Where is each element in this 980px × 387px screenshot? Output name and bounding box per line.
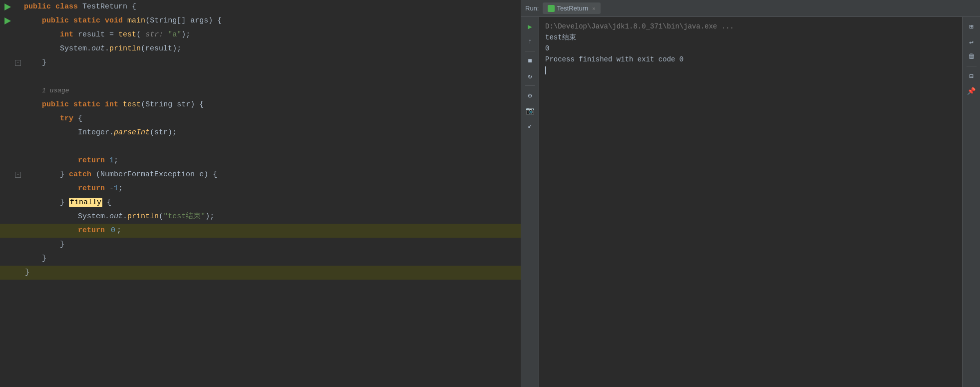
code-line: return 1; — [0, 154, 521, 168]
code-line: - } — [0, 56, 521, 70]
text-cursor — [545, 66, 546, 74]
code-line — [0, 140, 521, 154]
code-content: } — [24, 56, 521, 70]
run-body: ▶↑■↻⚙📷↙ D:\Develop\Java\jdk1.8.0_371\bin… — [521, 17, 980, 387]
code-content: } catch (NumberFormatException e) { — [24, 168, 521, 182]
editor-area: public class TestReturn { public static … — [0, 0, 521, 387]
side-toolbar-btn-layout[interactable]: ⊞ — [965, 20, 978, 33]
code-content: } finally { — [24, 196, 521, 210]
code-line: public static void main(String[] args) { — [0, 14, 521, 28]
code-line: } — [0, 266, 521, 280]
code-content: return 1; — [24, 154, 521, 168]
toolbar-btn-settings[interactable]: ⚙ — [524, 89, 537, 102]
toolbar-separator — [525, 51, 535, 51]
toolbar-separator — [525, 85, 535, 86]
tab-name: TestReturn — [557, 4, 588, 12]
run-gutter-icon[interactable] — [4, 3, 11, 10]
cursor-line — [545, 65, 956, 76]
run-panel-header: Run: TestReturn × — [521, 0, 980, 17]
run-label: Run: — [525, 4, 539, 12]
code-line: System.out.println("test结束"); — [0, 210, 521, 224]
toolbar-btn-rerun[interactable]: ↻ — [524, 69, 537, 82]
code-content: return 0; — [24, 224, 521, 238]
toolbar-btn-run[interactable]: ▶ — [524, 20, 537, 33]
output-line: Process finished with exit code 0 — [545, 54, 956, 65]
side-toolbar-btn-grid[interactable]: ⊟ — [965, 69, 978, 82]
side-toolbar-btn-pin[interactable]: 📌 — [965, 84, 978, 97]
side-toolbar-separator — [967, 66, 977, 66]
code-line: int result = test( str: "a"); — [0, 28, 521, 42]
run-tab[interactable]: TestReturn × — [543, 2, 600, 14]
code-content: try { — [24, 112, 521, 126]
code-line: } — [0, 238, 521, 252]
code-line — [0, 70, 521, 84]
fold-area: - — [15, 60, 24, 66]
fold-area: - — [15, 172, 24, 178]
code-content: } — [24, 252, 521, 266]
code-content — [24, 76, 521, 78]
code-line: System.out.println(result); — [0, 42, 521, 56]
code-content: public static void main(String[] args) { — [24, 14, 521, 28]
code-container: public class TestReturn { public static … — [0, 0, 521, 280]
code-content — [24, 146, 521, 148]
fold-marker[interactable]: - — [15, 172, 21, 178]
toolbar-btn-import[interactable]: ↙ — [524, 119, 537, 132]
code-line: return 0; — [0, 224, 521, 238]
run-panel: Run: TestReturn × ▶↑■↻⚙📷↙ D:\Develop\Jav… — [521, 0, 980, 387]
code-line: } — [0, 252, 521, 266]
code-content: System.out.println("test结束"); — [24, 210, 521, 224]
code-content: System.out.println(result); — [24, 42, 521, 56]
code-line: - } catch (NumberFormatException e) { — [0, 168, 521, 182]
code-line: 1 usage — [0, 84, 521, 98]
tab-run-icon — [548, 5, 555, 12]
run-gutter-icon[interactable] — [4, 17, 11, 24]
code-content: public static int test(String str) { — [24, 98, 521, 112]
output-line: 0 — [545, 43, 956, 54]
run-output-area: D:\Develop\Java\jdk1.8.0_371\bin\java.ex… — [539, 17, 962, 387]
gutter-icons — [0, 17, 15, 24]
code-content: } — [24, 238, 521, 252]
fold-marker[interactable]: - — [15, 60, 21, 66]
gutter-icons — [0, 3, 15, 10]
toolbar-btn-stop[interactable]: ■ — [524, 54, 537, 67]
code-line: return -1; — [0, 182, 521, 196]
side-toolbar-btn-trash[interactable]: 🗑 — [965, 50, 978, 63]
toolbar-btn-camera[interactable]: 📷 — [524, 104, 537, 117]
toolbar-btn-up[interactable]: ↑ — [524, 35, 537, 48]
code-content: int result = test( str: "a"); — [24, 28, 521, 42]
code-content: } — [24, 266, 521, 280]
code-content: return -1; — [24, 182, 521, 196]
code-content: Integer.parseInt(str); — [24, 126, 521, 140]
run-toolbar: ▶↑■↻⚙📷↙ — [521, 17, 539, 387]
tab-close-button[interactable]: × — [592, 5, 595, 11]
code-content: public class TestReturn { — [24, 0, 521, 14]
code-line: try { — [0, 112, 521, 126]
run-side-toolbar: ⊞↵🗑⊟📌 — [962, 17, 980, 387]
code-line: } finally { — [0, 196, 521, 210]
output-line: test结束 — [545, 32, 956, 43]
side-toolbar-btn-wrap[interactable]: ↵ — [965, 35, 978, 48]
code-line: public class TestReturn { — [0, 0, 521, 14]
code-line: Integer.parseInt(str); — [0, 126, 521, 140]
code-line: public static int test(String str) { — [0, 98, 521, 112]
code-content: 1 usage — [24, 84, 521, 98]
output-line: D:\Develop\Java\jdk1.8.0_371\bin\java.ex… — [545, 21, 956, 32]
